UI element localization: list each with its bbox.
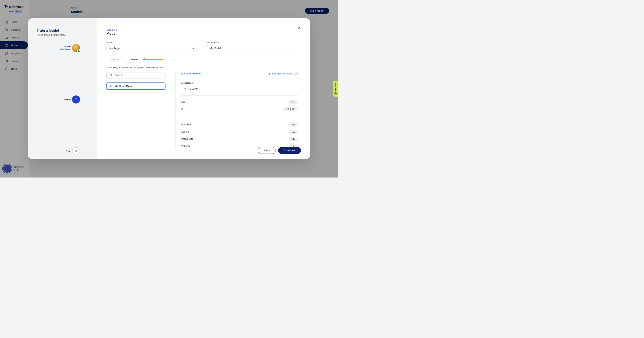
modal-title: Train a Model [37,28,88,33]
section-title: Model [106,32,298,36]
project-field-group: Project My Project [106,41,198,52]
dataset-thumbnail [72,44,80,52]
detail-header: My Other Model developer@ultralytics.com [181,72,298,75]
project-value: My Project [109,47,122,50]
user-icon [268,73,270,75]
stepper: Dataset My Dataset Model 2 Train 3 [59,44,88,155]
modelname-input[interactable] [207,45,298,52]
detail-owner: developer@ultralytics.com [268,72,298,75]
step-dataset-name: My Dataset [60,48,71,51]
detail-model-title: My Other Model [181,72,200,75]
svg-point-6 [334,92,336,94]
stat-pretrained: Pretrained Yes [181,121,298,128]
bullet-icon [110,86,112,87]
modelname-label: Model name [207,41,298,44]
modal-content: Step 2 of 3 Model Project My Project Mod… [96,18,310,159]
chevron-down-icon [192,48,194,49]
feedback-label: Feedback [334,83,336,91]
form-row: Project My Project Model name [106,41,298,52]
search-input-wrap[interactable] [106,72,166,78]
divider [181,118,298,118]
train-model-modal: Train a Model Follow these 3 simple step… [28,18,310,159]
architecture-value: YOLOv8n [188,88,198,90]
search-icon [109,74,112,77]
tab-custom[interactable]: Custom [124,56,142,63]
owner-email: developer@ultralytics.com [272,72,298,75]
modelname-field-group: Model name [207,41,298,52]
stat-value: 161.4 MB [283,107,298,111]
architecture-label: Architecture [181,82,298,84]
stat-value: 100 [289,130,298,134]
model-source-tabs: Official Custom [106,56,298,63]
project-label: Project [106,41,198,44]
svg-point-5 [269,73,270,74]
stat-value: Yes [289,122,298,127]
step-model[interactable]: Model 2 [59,96,88,104]
model-list-item[interactable]: My Other Model [106,82,166,90]
step-dataset[interactable]: Dataset My Dataset [59,44,88,52]
svg-point-4 [110,74,112,76]
model-list-column: My Other Model [106,72,166,150]
stat-map: mAP 89.5 [181,98,298,106]
back-button[interactable]: Back [258,147,276,154]
step-train[interactable]: Train 3 [59,147,88,155]
smile-icon [334,92,337,94]
feedback-tab[interactable]: Feedback [333,81,338,97]
tab-official[interactable]: Official [106,56,124,63]
stat-image-size: Image Size 640 [181,135,298,142]
step-number-active: 2 [72,96,80,104]
continue-button[interactable]: Continue [278,147,301,154]
model-item-label: My Other Model [115,85,133,88]
stat-epochs: Epochs 100 [181,128,298,135]
check-icon [77,49,80,52]
stat-label: Size [181,108,186,110]
stat-label: Epochs [181,130,189,133]
modal-stepper-panel: Train a Model Follow these 3 simple step… [28,18,96,159]
stat-label: Pretrained [181,123,192,126]
close-icon [298,26,301,30]
divider [181,96,298,96]
step-label: Dataset [59,45,71,48]
step-label: Model [59,98,71,101]
stat-value: 640 [289,137,298,141]
callout-arrow [142,58,163,61]
close-button[interactable] [296,25,302,30]
model-detail-column: My Other Model developer@ultralytics.com… [175,72,298,150]
project-select[interactable]: My Project [106,45,198,52]
modal-footer: Back Continue [258,147,301,154]
step-indicator: Step 2 of 3 [106,28,298,31]
architecture-value-row: YOLOv8n [184,88,298,90]
step-number-pending: 3 [72,147,80,155]
modal-subtitle: Follow these 3 simple steps [37,34,88,36]
stat-label: mAP [181,100,186,103]
step-label: Train [59,150,71,152]
model-selection-area: My Other Model My Other Model developer@… [106,72,298,150]
model-list: My Other Model [106,82,166,90]
stat-value: 89.5 [288,100,298,104]
helper-text: Start training from one of your other pr… [106,66,298,69]
stat-label: Patience [181,145,190,147]
stat-size: Size 161.4 MB [181,106,298,113]
stat-label: Image Size [181,138,193,140]
bullet-icon [184,88,186,90]
search-input[interactable] [115,74,162,77]
